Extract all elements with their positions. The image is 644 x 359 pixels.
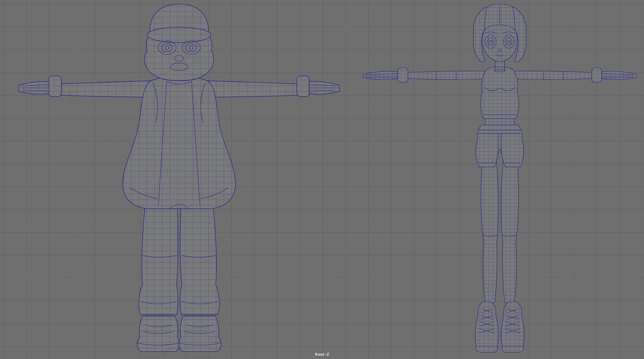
slim-torso <box>481 67 519 119</box>
stocky-left-cuff <box>49 76 61 97</box>
slim-left-boot <box>475 301 499 352</box>
slim-neck <box>495 61 504 72</box>
stocky-right-cuff <box>297 76 310 97</box>
viewport-canvas[interactable] <box>0 0 644 359</box>
slim-shorts <box>476 125 524 167</box>
slim-left-bracelet <box>398 68 408 83</box>
stocky-left-shoe <box>137 316 179 352</box>
wireframe-character-stocky[interactable] <box>19 4 339 352</box>
stocky-right-shoe <box>179 316 221 352</box>
wireframe-character-slim[interactable] <box>364 4 637 352</box>
slim-right-bracelet <box>592 68 602 83</box>
slim-right-boot <box>501 301 525 352</box>
slim-left-hand <box>364 71 398 80</box>
stocky-cap-brim <box>147 27 211 43</box>
slim-right-hand <box>602 71 637 80</box>
slim-left-arm <box>408 71 487 80</box>
slim-right-leg <box>501 161 519 303</box>
slim-right-arm <box>513 71 592 80</box>
slim-left-leg <box>481 161 498 303</box>
stocky-left-leg <box>139 201 178 315</box>
viewport-3d[interactable]: front -Z <box>0 0 644 359</box>
stocky-right-leg <box>180 201 219 315</box>
viewport-axis-label: front -Z <box>315 352 329 357</box>
